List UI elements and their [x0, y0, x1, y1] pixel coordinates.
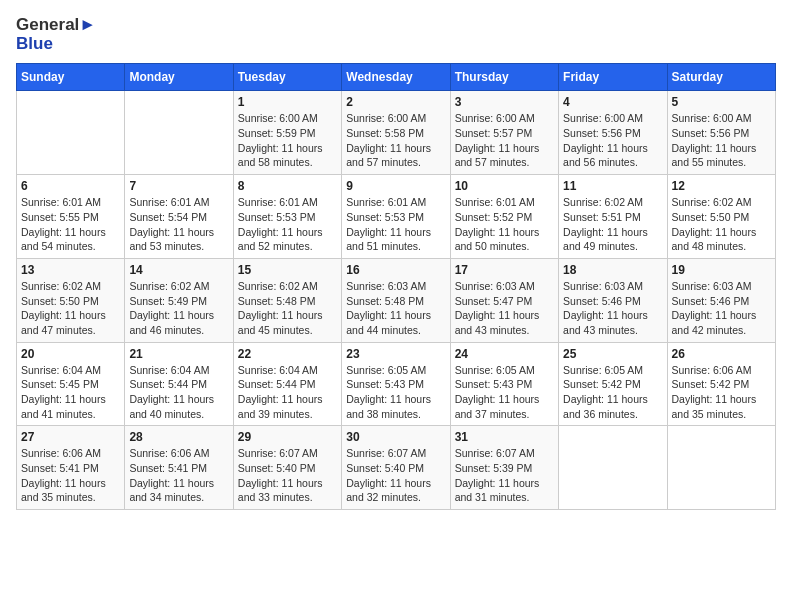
calendar-cell	[17, 91, 125, 175]
day-info: Sunrise: 6:03 AMSunset: 5:46 PMDaylight:…	[672, 279, 771, 338]
calendar-cell: 10Sunrise: 6:01 AMSunset: 5:52 PMDayligh…	[450, 175, 558, 259]
day-number: 27	[21, 430, 120, 444]
day-info: Sunrise: 6:05 AMSunset: 5:43 PMDaylight:…	[346, 363, 445, 422]
weekday-header-friday: Friday	[559, 64, 667, 91]
calendar-cell: 31Sunrise: 6:07 AMSunset: 5:39 PMDayligh…	[450, 426, 558, 510]
day-info: Sunrise: 6:00 AMSunset: 5:56 PMDaylight:…	[563, 111, 662, 170]
calendar-cell: 1Sunrise: 6:00 AMSunset: 5:59 PMDaylight…	[233, 91, 341, 175]
calendar-cell: 7Sunrise: 6:01 AMSunset: 5:54 PMDaylight…	[125, 175, 233, 259]
day-info: Sunrise: 6:06 AMSunset: 5:41 PMDaylight:…	[129, 446, 228, 505]
day-number: 29	[238, 430, 337, 444]
calendar-cell: 18Sunrise: 6:03 AMSunset: 5:46 PMDayligh…	[559, 258, 667, 342]
day-number: 10	[455, 179, 554, 193]
calendar-cell: 21Sunrise: 6:04 AMSunset: 5:44 PMDayligh…	[125, 342, 233, 426]
day-info: Sunrise: 6:02 AMSunset: 5:49 PMDaylight:…	[129, 279, 228, 338]
day-number: 30	[346, 430, 445, 444]
day-number: 13	[21, 263, 120, 277]
calendar-cell: 15Sunrise: 6:02 AMSunset: 5:48 PMDayligh…	[233, 258, 341, 342]
logo-blue: Blue	[16, 34, 53, 53]
day-info: Sunrise: 6:03 AMSunset: 5:48 PMDaylight:…	[346, 279, 445, 338]
day-info: Sunrise: 6:01 AMSunset: 5:54 PMDaylight:…	[129, 195, 228, 254]
day-number: 14	[129, 263, 228, 277]
day-number: 1	[238, 95, 337, 109]
weekday-header-monday: Monday	[125, 64, 233, 91]
calendar-cell: 16Sunrise: 6:03 AMSunset: 5:48 PMDayligh…	[342, 258, 450, 342]
day-info: Sunrise: 6:05 AMSunset: 5:42 PMDaylight:…	[563, 363, 662, 422]
day-info: Sunrise: 6:07 AMSunset: 5:40 PMDaylight:…	[346, 446, 445, 505]
day-info: Sunrise: 6:01 AMSunset: 5:55 PMDaylight:…	[21, 195, 120, 254]
calendar-cell	[559, 426, 667, 510]
calendar-table: SundayMondayTuesdayWednesdayThursdayFrid…	[16, 63, 776, 510]
calendar-cell: 20Sunrise: 6:04 AMSunset: 5:45 PMDayligh…	[17, 342, 125, 426]
day-number: 8	[238, 179, 337, 193]
day-number: 22	[238, 347, 337, 361]
day-info: Sunrise: 6:03 AMSunset: 5:46 PMDaylight:…	[563, 279, 662, 338]
day-info: Sunrise: 6:03 AMSunset: 5:47 PMDaylight:…	[455, 279, 554, 338]
weekday-header-row: SundayMondayTuesdayWednesdayThursdayFrid…	[17, 64, 776, 91]
calendar-cell: 6Sunrise: 6:01 AMSunset: 5:55 PMDaylight…	[17, 175, 125, 259]
day-number: 11	[563, 179, 662, 193]
day-number: 4	[563, 95, 662, 109]
day-info: Sunrise: 6:00 AMSunset: 5:56 PMDaylight:…	[672, 111, 771, 170]
calendar-cell: 13Sunrise: 6:02 AMSunset: 5:50 PMDayligh…	[17, 258, 125, 342]
day-info: Sunrise: 6:02 AMSunset: 5:50 PMDaylight:…	[21, 279, 120, 338]
weekday-header-wednesday: Wednesday	[342, 64, 450, 91]
logo-block: General► Blue	[16, 16, 96, 53]
calendar-cell: 29Sunrise: 6:07 AMSunset: 5:40 PMDayligh…	[233, 426, 341, 510]
day-number: 3	[455, 95, 554, 109]
day-info: Sunrise: 6:04 AMSunset: 5:45 PMDaylight:…	[21, 363, 120, 422]
day-number: 25	[563, 347, 662, 361]
day-info: Sunrise: 6:00 AMSunset: 5:57 PMDaylight:…	[455, 111, 554, 170]
day-number: 23	[346, 347, 445, 361]
calendar-cell: 17Sunrise: 6:03 AMSunset: 5:47 PMDayligh…	[450, 258, 558, 342]
day-info: Sunrise: 6:06 AMSunset: 5:41 PMDaylight:…	[21, 446, 120, 505]
day-number: 20	[21, 347, 120, 361]
day-number: 16	[346, 263, 445, 277]
calendar-cell: 28Sunrise: 6:06 AMSunset: 5:41 PMDayligh…	[125, 426, 233, 510]
day-info: Sunrise: 6:07 AMSunset: 5:40 PMDaylight:…	[238, 446, 337, 505]
calendar-cell: 24Sunrise: 6:05 AMSunset: 5:43 PMDayligh…	[450, 342, 558, 426]
week-row-3: 13Sunrise: 6:02 AMSunset: 5:50 PMDayligh…	[17, 258, 776, 342]
weekday-header-sunday: Sunday	[17, 64, 125, 91]
day-info: Sunrise: 6:04 AMSunset: 5:44 PMDaylight:…	[129, 363, 228, 422]
calendar-cell: 4Sunrise: 6:00 AMSunset: 5:56 PMDaylight…	[559, 91, 667, 175]
day-number: 19	[672, 263, 771, 277]
day-number: 15	[238, 263, 337, 277]
calendar-cell: 27Sunrise: 6:06 AMSunset: 5:41 PMDayligh…	[17, 426, 125, 510]
day-number: 24	[455, 347, 554, 361]
day-number: 28	[129, 430, 228, 444]
calendar-cell: 23Sunrise: 6:05 AMSunset: 5:43 PMDayligh…	[342, 342, 450, 426]
calendar-cell: 5Sunrise: 6:00 AMSunset: 5:56 PMDaylight…	[667, 91, 775, 175]
calendar-cell	[667, 426, 775, 510]
calendar-cell: 14Sunrise: 6:02 AMSunset: 5:49 PMDayligh…	[125, 258, 233, 342]
day-info: Sunrise: 6:00 AMSunset: 5:58 PMDaylight:…	[346, 111, 445, 170]
day-info: Sunrise: 6:04 AMSunset: 5:44 PMDaylight:…	[238, 363, 337, 422]
logo-general: General	[16, 15, 79, 34]
day-number: 7	[129, 179, 228, 193]
day-info: Sunrise: 6:05 AMSunset: 5:43 PMDaylight:…	[455, 363, 554, 422]
calendar-cell: 11Sunrise: 6:02 AMSunset: 5:51 PMDayligh…	[559, 175, 667, 259]
logo-triangle: ►	[79, 15, 96, 34]
week-row-4: 20Sunrise: 6:04 AMSunset: 5:45 PMDayligh…	[17, 342, 776, 426]
calendar-cell: 30Sunrise: 6:07 AMSunset: 5:40 PMDayligh…	[342, 426, 450, 510]
calendar-cell: 9Sunrise: 6:01 AMSunset: 5:53 PMDaylight…	[342, 175, 450, 259]
day-info: Sunrise: 6:01 AMSunset: 5:52 PMDaylight:…	[455, 195, 554, 254]
day-number: 31	[455, 430, 554, 444]
weekday-header-saturday: Saturday	[667, 64, 775, 91]
calendar-cell: 25Sunrise: 6:05 AMSunset: 5:42 PMDayligh…	[559, 342, 667, 426]
page-header: General► Blue	[16, 16, 776, 53]
day-number: 2	[346, 95, 445, 109]
calendar-cell: 19Sunrise: 6:03 AMSunset: 5:46 PMDayligh…	[667, 258, 775, 342]
day-info: Sunrise: 6:06 AMSunset: 5:42 PMDaylight:…	[672, 363, 771, 422]
calendar-cell: 8Sunrise: 6:01 AMSunset: 5:53 PMDaylight…	[233, 175, 341, 259]
day-info: Sunrise: 6:00 AMSunset: 5:59 PMDaylight:…	[238, 111, 337, 170]
week-row-5: 27Sunrise: 6:06 AMSunset: 5:41 PMDayligh…	[17, 426, 776, 510]
day-number: 21	[129, 347, 228, 361]
calendar-cell: 26Sunrise: 6:06 AMSunset: 5:42 PMDayligh…	[667, 342, 775, 426]
day-number: 5	[672, 95, 771, 109]
weekday-header-tuesday: Tuesday	[233, 64, 341, 91]
day-info: Sunrise: 6:01 AMSunset: 5:53 PMDaylight:…	[238, 195, 337, 254]
calendar-cell: 12Sunrise: 6:02 AMSunset: 5:50 PMDayligh…	[667, 175, 775, 259]
day-number: 17	[455, 263, 554, 277]
day-number: 12	[672, 179, 771, 193]
